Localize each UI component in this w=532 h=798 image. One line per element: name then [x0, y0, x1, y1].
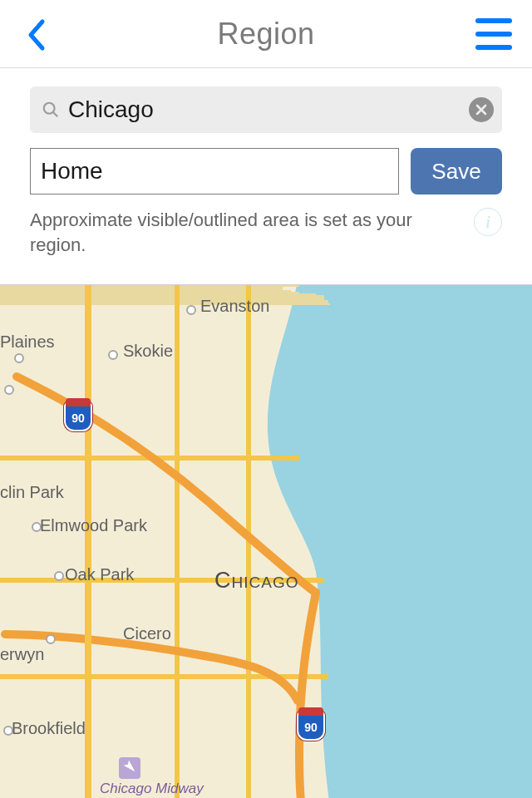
- interstate-shield: 90: [297, 711, 325, 741]
- save-button[interactable]: Save: [411, 148, 502, 195]
- place-label: Oak Park: [65, 565, 134, 584]
- search-field[interactable]: [30, 86, 502, 133]
- header: Region: [0, 0, 532, 68]
- svg-point-0: [44, 103, 55, 114]
- place-label: Cicero: [123, 624, 171, 643]
- city-label: Chicago: [214, 568, 298, 594]
- menu-button[interactable]: [475, 18, 512, 50]
- place-label: Plaines: [0, 332, 55, 352]
- place-label: clin Park: [0, 483, 64, 502]
- info-button[interactable]: i: [474, 208, 502, 236]
- clear-search-button[interactable]: [469, 97, 494, 122]
- plane-icon: [119, 757, 140, 779]
- place-label: Evanston: [200, 297, 269, 316]
- back-button[interactable]: [20, 17, 53, 53]
- search-input[interactable]: [63, 96, 469, 123]
- place-label: erwyn: [0, 645, 44, 664]
- search-icon: [38, 101, 63, 119]
- svg-line-1: [53, 112, 58, 117]
- description-text: Approximate visible/outlined area is set…: [30, 208, 466, 257]
- region-name-input[interactable]: [30, 148, 399, 195]
- place-label: Brookfield: [12, 719, 86, 738]
- chevron-left-icon: [27, 18, 46, 52]
- place-label: Elmwood Park: [40, 516, 147, 535]
- airport-label: Chicago Midway: [100, 781, 204, 797]
- map-view[interactable]: 90 90 Evanston Plaines Skokie clin Park …: [0, 284, 532, 798]
- menu-icon: [475, 18, 512, 23]
- close-icon: [475, 104, 487, 116]
- controls: Save Approximate visible/outlined area i…: [0, 68, 532, 265]
- interstate-shield: 90: [64, 401, 92, 431]
- place-label: Skokie: [123, 342, 173, 361]
- page-title: Region: [217, 17, 314, 52]
